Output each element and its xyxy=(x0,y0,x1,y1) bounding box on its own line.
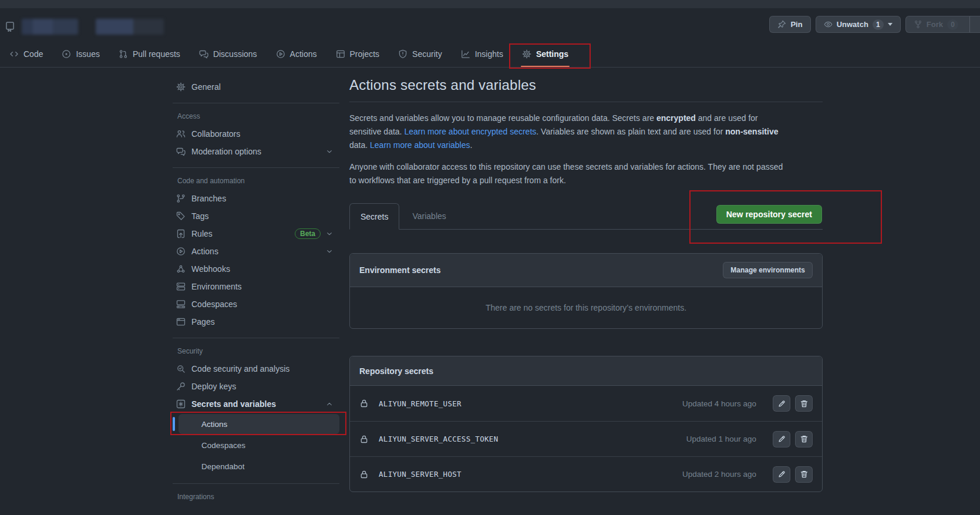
tab-label: Discussions xyxy=(213,49,257,59)
sidebar-item-actions[interactable]: Actions xyxy=(173,243,339,260)
fork-button[interactable]: Fork 0 xyxy=(905,16,980,33)
delete-secret-button[interactable] xyxy=(795,466,813,483)
chevron-down-icon xyxy=(888,23,893,26)
sidebar-item-label: Actions xyxy=(191,247,218,256)
secret-updated: Updated 1 hour ago xyxy=(686,435,756,443)
sidebar-item-label: General xyxy=(191,82,221,92)
settings-layout: General Access Collaborators Moderation … xyxy=(173,76,980,506)
watch-count-badge: 1 xyxy=(873,19,884,30)
intro-text: data. xyxy=(349,140,370,150)
intro-paragraph: Secrets and variables allow you to manag… xyxy=(349,112,785,152)
sidebar-item-general[interactable]: General xyxy=(173,78,339,96)
webhook-icon xyxy=(176,264,186,274)
sidebar-item-webhooks[interactable]: Webhooks xyxy=(173,260,339,278)
tab-projects[interactable]: Projects xyxy=(331,41,385,67)
sidebar-item-rules[interactable]: Rules Beta xyxy=(173,225,339,243)
tab-code[interactable]: Code xyxy=(5,41,48,67)
sidebar-item-label: Codespaces xyxy=(191,299,237,309)
fork-icon xyxy=(914,20,922,29)
secret-name: ALIYUN_SERVER_HOST xyxy=(379,470,462,479)
tag-icon xyxy=(176,211,186,221)
sidebar-item-label: Collaborators xyxy=(191,129,240,139)
sidebar-item-label: Pages xyxy=(191,317,215,326)
table-icon xyxy=(336,49,345,59)
sidebar-item-label: Rules xyxy=(191,229,213,238)
server-icon xyxy=(176,282,186,291)
tab-settings[interactable]: Settings xyxy=(517,41,573,67)
gear-icon xyxy=(176,82,186,92)
tab-label: Issues xyxy=(76,49,99,59)
sidebar-item-label: Webhooks xyxy=(191,264,230,274)
unwatch-button[interactable]: Unwatch 1 xyxy=(816,16,901,33)
sidebar-item-deploy-keys[interactable]: Deploy keys xyxy=(173,378,339,395)
environment-secrets-card: Environment secrets Manage environments … xyxy=(349,253,823,329)
manage-environments-button[interactable]: Manage environments xyxy=(723,262,813,278)
repo-icon xyxy=(5,21,15,32)
issue-icon xyxy=(62,49,71,59)
pencil-icon xyxy=(777,435,786,443)
secret-updated: Updated 4 hours ago xyxy=(682,399,756,408)
settings-main-content: Actions secrets and variables Secrets an… xyxy=(349,76,823,492)
title-divider xyxy=(349,102,823,102)
sidebar-item-moderation-options[interactable]: Moderation options xyxy=(173,143,339,160)
key-icon xyxy=(176,382,186,391)
repository-secrets-title: Repository secrets xyxy=(359,366,433,376)
delete-secret-button[interactable] xyxy=(795,431,813,447)
window-top-strip xyxy=(0,0,980,8)
new-repository-secret-button[interactable]: New repository secret xyxy=(716,205,822,224)
tab-actions[interactable]: Actions xyxy=(271,41,322,67)
edit-secret-button[interactable] xyxy=(773,395,790,412)
lock-icon xyxy=(359,435,369,444)
sidebar-item-label: Tags xyxy=(191,211,209,221)
edit-secret-button[interactable] xyxy=(773,431,790,447)
chevron-down-icon xyxy=(325,147,334,156)
learn-more-variables-link[interactable]: Learn more about variables xyxy=(370,140,470,150)
tab-pull-requests[interactable]: Pull requests xyxy=(114,41,185,67)
delete-secret-button[interactable] xyxy=(795,395,813,412)
sidebar-divider xyxy=(173,483,339,484)
sidebar-item-codespaces[interactable]: Codespaces xyxy=(173,295,339,313)
sidebar-subitem-actions[interactable]: Actions xyxy=(179,414,339,434)
sidebar-item-label: Environments xyxy=(191,282,242,291)
sidebar-item-tags[interactable]: Tags xyxy=(173,207,339,225)
environment-secrets-empty-state: There are no secrets for this repository… xyxy=(350,287,822,328)
sidebar-subitem-label: Actions xyxy=(201,420,227,429)
repo-name-redacted[interactable] xyxy=(96,19,164,35)
sidebar-item-secrets-and-variables[interactable]: Secrets and variables xyxy=(173,395,339,413)
sidebar-item-branches[interactable]: Branches xyxy=(173,190,339,207)
intro-bold-encrypted: encrypted xyxy=(656,113,696,123)
sidebar-subitem-codespaces[interactable]: Codespaces xyxy=(179,435,339,455)
chevron-down-icon xyxy=(325,230,334,238)
sidebar-section-access: Access xyxy=(173,112,339,120)
trash-icon xyxy=(800,399,809,408)
tab-insights[interactable]: Insights xyxy=(456,41,508,67)
sidebar-item-code-security[interactable]: Code security and analysis xyxy=(173,360,339,378)
fork-label: Fork xyxy=(927,20,943,29)
gear-icon xyxy=(522,49,531,59)
sidebar-item-pages[interactable]: Pages xyxy=(173,313,339,331)
tab-label: Pull requests xyxy=(133,49,180,59)
fork-count-badge: 0 xyxy=(947,19,958,30)
environment-secrets-header: Environment secrets Manage environments xyxy=(350,254,822,287)
tab-label: Projects xyxy=(350,49,380,59)
repo-owner-redacted[interactable] xyxy=(22,19,78,35)
learn-more-secrets-link[interactable]: Learn more about encrypted secrets xyxy=(404,127,536,136)
tab-variables[interactable]: Variables xyxy=(399,203,459,229)
intro-bold-non-sensitive: non-sensitive xyxy=(725,127,778,136)
tab-secrets[interactable]: Secrets xyxy=(349,203,399,230)
tab-discussions[interactable]: Discussions xyxy=(194,41,262,67)
tab-security[interactable]: Security xyxy=(393,41,447,67)
sidebar-item-collaborators[interactable]: Collaborators xyxy=(173,125,339,143)
chevron-down-icon xyxy=(325,247,334,255)
secret-row: ALIYUN_SERVER_HOST Updated 2 hours ago xyxy=(350,456,822,492)
sidebar-subitem-label: Codespaces xyxy=(201,441,245,450)
annotation-box-actions xyxy=(170,412,346,435)
tab-issues[interactable]: Issues xyxy=(57,41,104,67)
fork-dropdown-segment[interactable] xyxy=(974,16,980,32)
sidebar-item-environments[interactable]: Environments xyxy=(173,278,339,295)
pin-button[interactable]: Pin xyxy=(769,16,810,33)
edit-secret-button[interactable] xyxy=(773,466,790,483)
play-circle-icon xyxy=(176,247,186,256)
sidebar-subitem-label: Dependabot xyxy=(201,462,245,471)
sidebar-subitem-dependabot[interactable]: Dependabot xyxy=(179,456,339,476)
